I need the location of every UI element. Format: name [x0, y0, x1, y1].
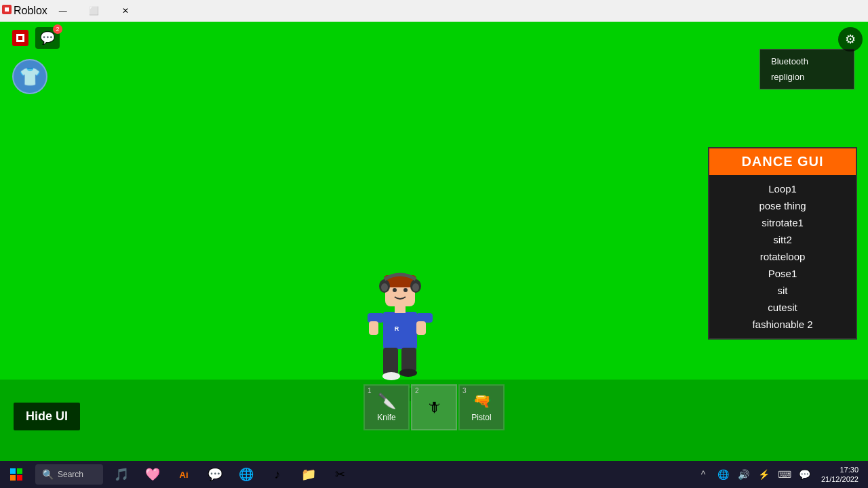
svg-point-21: [382, 372, 400, 380]
time-display: 17:30: [821, 465, 859, 474]
dance-item[interactable]: rotateloop: [709, 248, 856, 265]
dance-item[interactable]: pose thing: [709, 197, 856, 214]
hotbar-slot-3[interactable]: 3🔫Pistol: [458, 384, 505, 430]
player-character: R: [359, 258, 441, 393]
dance-gui: DANCE GUI Loop1pose thingsitrotate1sitt2…: [708, 147, 857, 340]
svg-rect-16: [416, 313, 433, 323]
minimize-button[interactable]: —: [47, 0, 79, 22]
hotbar: 1🔪Knife2🗡3🔫Pistol: [363, 384, 505, 430]
discord-icon[interactable]: 💬: [200, 461, 230, 488]
players-panel: Bluetoothrepligion: [760, 49, 854, 89]
svg-rect-26: [10, 475, 16, 481]
date-display: 21/12/2022: [821, 474, 859, 484]
maximize-button[interactable]: ⬜: [79, 0, 110, 22]
svg-rect-18: [369, 321, 378, 335]
dance-item[interactable]: Pose1: [709, 265, 856, 282]
hotbar-slot-icon: 🔪: [378, 392, 396, 410]
notification-icon[interactable]: 💬: [795, 465, 814, 484]
hotbar-slot-label: Knife: [377, 413, 395, 422]
close-button[interactable]: ✕: [110, 0, 141, 22]
edge-icon[interactable]: 🌐: [231, 461, 261, 488]
titlebar-controls: — ⬜ ✕: [47, 0, 141, 22]
network-icon[interactable]: 🌐: [714, 465, 733, 484]
svg-point-10: [381, 283, 388, 291]
spotify-icon[interactable]: 🎵: [106, 461, 136, 488]
svg-rect-25: [17, 468, 22, 474]
hotbar-slot-number: 2: [415, 387, 419, 394]
dance-item[interactable]: sitrotate1: [709, 214, 856, 231]
dance-item[interactable]: fashionable 2: [709, 316, 856, 333]
hotbar-slot-icon: 🗡: [427, 399, 441, 416]
avatar-icon[interactable]: 👕: [12, 59, 47, 94]
dance-item[interactable]: Loop1: [709, 180, 856, 197]
titlebar-app-icon: [0, 3, 14, 19]
battery-icon[interactable]: ⚡: [755, 465, 774, 484]
tiktok-icon[interactable]: ♪: [262, 461, 292, 488]
svg-text:R: R: [395, 325, 399, 332]
roblox-circle-button[interactable]: ⚙: [838, 27, 863, 52]
svg-point-13: [403, 288, 408, 292]
svg-rect-14: [395, 305, 406, 313]
svg-rect-4: [18, 36, 22, 40]
titlebar: Roblox — ⬜ ✕: [0, 0, 868, 22]
pink-heart-icon[interactable]: 🩷: [138, 461, 167, 488]
hotbar-slot-number: 3: [462, 387, 467, 394]
explorer-icon[interactable]: 📁: [294, 461, 323, 488]
hotbar-slot-number: 1: [368, 387, 372, 394]
svg-rect-24: [10, 468, 16, 474]
start-button[interactable]: [0, 461, 33, 488]
svg-point-22: [399, 369, 417, 377]
dance-item[interactable]: cutesit: [709, 299, 856, 316]
titlebar-title: Roblox: [14, 5, 47, 17]
chat-badge: 2: [53, 24, 62, 34]
hotbar-slot-1[interactable]: 1🔪Knife: [363, 384, 410, 430]
chat-button[interactable]: 💬 2: [35, 27, 60, 49]
ai-icon[interactable]: Ai: [169, 461, 199, 488]
game-area: 💬 2: [0, 22, 868, 461]
taskbar-apps: 🎵🩷Ai💬🌐♪📁✂: [106, 461, 355, 488]
svg-rect-5: [383, 312, 417, 349]
volume-icon[interactable]: 🔊: [734, 465, 753, 484]
dance-gui-title: DANCE GUI: [709, 148, 856, 175]
taskbar-clock[interactable]: 17:30 21/12/2022: [816, 465, 864, 485]
hotbar-slot-label: Pistol: [471, 413, 491, 422]
svg-point-12: [393, 288, 397, 292]
svg-point-11: [412, 283, 419, 291]
search-icon: 🔍: [42, 469, 54, 480]
hotbar-slot-2[interactable]: 2🗡: [411, 384, 457, 430]
dance-item[interactable]: sitt2: [709, 231, 856, 248]
dance-gui-list: Loop1pose thingsitrotate1sitt2rotateloop…: [709, 175, 856, 338]
svg-rect-17: [416, 321, 426, 335]
taskbar: 🔍 Search 🎵🩷Ai💬🌐♪📁✂ ^ 🌐 🔊 ⚡ ⌨ 💬 17:30 21/…: [0, 461, 868, 488]
svg-rect-20: [401, 348, 416, 371]
search-label: Search: [58, 470, 83, 479]
taskbar-search[interactable]: 🔍 Search: [35, 464, 103, 485]
svg-rect-1: [5, 7, 9, 12]
dance-item[interactable]: sit: [709, 282, 856, 299]
player-item[interactable]: repligion: [760, 69, 854, 85]
svg-rect-19: [383, 348, 398, 375]
player-item[interactable]: Bluetooth: [760, 54, 854, 69]
keyboard-icon[interactable]: ⌨: [775, 465, 794, 484]
taskbar-system: ^ 🌐 🔊 ⚡ ⌨ 💬 17:30 21/12/2022: [694, 465, 868, 485]
roblox-logo-button[interactable]: [9, 27, 31, 49]
svg-rect-15: [368, 313, 384, 323]
svg-rect-27: [17, 475, 22, 481]
toolbar-left: 💬 2: [9, 27, 60, 49]
hotbar-slot-icon: 🔫: [473, 392, 491, 410]
chevron-icon[interactable]: ^: [694, 465, 713, 484]
capcut-icon[interactable]: ✂: [325, 461, 355, 488]
hide-ui-button[interactable]: Hide UI: [14, 403, 80, 430]
